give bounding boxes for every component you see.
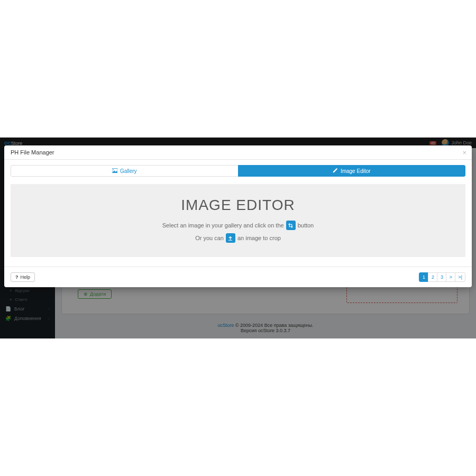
backdrop: ocStore 45 John Doe »Файли для завантаже… — [0, 138, 476, 338]
file-manager-modal: PH File Manager × Gallery Image Editor — [4, 145, 472, 287]
tab-image-editor[interactable]: Image Editor — [238, 165, 466, 177]
editor-heading: IMAGE EDITOR — [181, 197, 295, 214]
page-1[interactable]: 1 — [419, 272, 428, 282]
tab-bar: Gallery Image Editor — [11, 165, 465, 177]
edit-icon — [333, 168, 338, 174]
tab-gallery[interactable]: Gallery — [11, 165, 239, 177]
close-button[interactable]: × — [462, 149, 466, 157]
editor-instruction-1: Select an image in your gallery and clic… — [162, 221, 314, 230]
upload-icon — [228, 236, 233, 241]
tab-label: Gallery — [120, 168, 137, 174]
help-button[interactable]: ? Help — [11, 272, 35, 282]
page-2[interactable]: 2 — [428, 272, 437, 282]
help-label: Help — [21, 274, 31, 280]
image-icon — [112, 168, 117, 174]
svg-point-1 — [113, 169, 114, 170]
upload-button[interactable] — [226, 233, 235, 243]
image-editor-placeholder: IMAGE EDITOR Select an image in your gal… — [11, 184, 465, 257]
modal-body: Gallery Image Editor IMAGE EDITOR Select… — [4, 159, 472, 257]
modal-header: PH File Manager × — [4, 145, 472, 159]
modal-footer: ? Help 1 2 3 > >| — [4, 267, 472, 287]
crop-icon — [288, 223, 293, 228]
page-3[interactable]: 3 — [437, 272, 446, 282]
question-icon: ? — [15, 274, 19, 280]
page-last[interactable]: >| — [455, 272, 465, 282]
close-icon: × — [462, 149, 466, 157]
pagination: 1 2 3 > >| — [419, 272, 465, 282]
crop-button[interactable] — [286, 221, 296, 230]
modal-title: PH File Manager — [11, 149, 54, 155]
editor-instruction-2: Or you can an image to crop — [195, 233, 281, 243]
page-next[interactable]: > — [446, 272, 455, 282]
tab-label: Image Editor — [341, 168, 371, 174]
